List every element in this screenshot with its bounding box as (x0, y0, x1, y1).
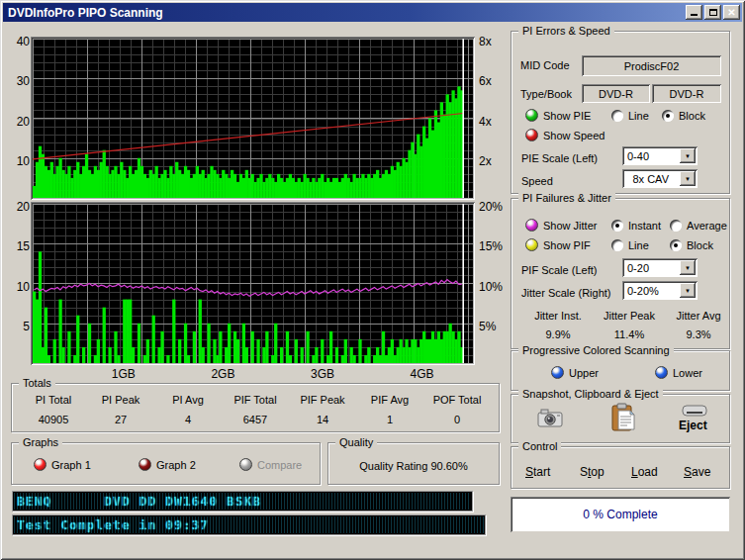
jitter-average-label: Average (687, 220, 727, 232)
quality-group-title: Quality (335, 436, 377, 448)
eject-icon[interactable] (681, 404, 708, 418)
save-button[interactable]: Save (684, 465, 710, 479)
axis-tick-label: 10% (479, 279, 503, 293)
axis-tick-label: 20 (17, 114, 30, 128)
speed-label: Speed (521, 175, 553, 187)
pie-graph-canvas (33, 39, 473, 198)
pie-settings-group: PI Errors & Speed MID Code ProdiscF02 Ty… (511, 31, 730, 194)
pie-scale-label: PIE Scale (Left) (521, 152, 598, 164)
minimize-button[interactable] (686, 5, 702, 20)
graph1-toggle[interactable]: Graph 1 (34, 458, 91, 471)
axis-tick-label: 40 (17, 35, 30, 48)
upper-led[interactable] (551, 366, 564, 379)
graph2-led[interactable] (139, 458, 151, 471)
gb-tick-label: 1GB (112, 367, 136, 381)
pif-scale-label: PIF Scale (Left) (521, 264, 597, 276)
show-speed-led[interactable] (525, 129, 538, 141)
pif-scale-select[interactable]: 0-20 ▼ (622, 258, 698, 277)
load-button[interactable]: Load (631, 465, 658, 479)
show-jitter-toggle[interactable]: Show Jitter (525, 219, 597, 232)
jitter-scale-select[interactable]: 0-20% ▼ (622, 281, 698, 300)
clipboard-icon[interactable] (611, 403, 635, 431)
pif-peak-col: PIF Peak14 (289, 394, 356, 425)
pif-settings-group: PI Failures & Jitter Show Jitter Instant… (511, 198, 730, 349)
start-button[interactable]: Start (525, 465, 550, 479)
pie-left-axis-labels: 40302010 (4, 41, 30, 200)
graph2-toggle[interactable]: Graph 2 (139, 458, 196, 471)
stop-button[interactable]: Stop (580, 465, 605, 479)
snapshot-group-title: Snapshot, Clipboard & Eject (518, 388, 663, 400)
pie-scale-select[interactable]: 0-40 ▼ (622, 146, 698, 165)
type-book-label: Type/Book (520, 88, 572, 100)
pif-line-radio[interactable]: Line (611, 239, 649, 251)
scan-status-display: Test Complete in 09:37 (12, 514, 486, 535)
pif-scale-dropdown-icon[interactable]: ▼ (680, 260, 696, 275)
minimize-icon (691, 8, 698, 16)
jitter-peak-stat-label: Jitter Peak (604, 310, 655, 322)
show-speed-toggle[interactable]: Show Speed (525, 129, 605, 141)
pi-avg-value: 4 (154, 414, 222, 425)
pif-block-radio-circle[interactable] (670, 239, 682, 251)
compare-toggle[interactable]: Compare (239, 458, 302, 471)
show-jitter-label: Show Jitter (543, 220, 597, 232)
jitter-instant-radio[interactable]: Instant (611, 220, 661, 232)
progress-status: 0 % Complete (511, 497, 730, 532)
jitter-peak-stat-value: 11.4% (604, 328, 655, 340)
drive-id-display: BENQ DVD DD DW1640 BSKB (12, 491, 473, 512)
speed-dropdown-icon[interactable]: ▼ (680, 171, 696, 186)
lower-toggle[interactable]: Lower (655, 366, 702, 379)
pif-block-radio[interactable]: Block (670, 239, 713, 251)
snapshot-group: Snapshot, Clipboard & Eject Eject (511, 394, 730, 443)
close-button[interactable]: ✕ (723, 5, 740, 20)
pie-group-title: PI Errors & Speed (518, 25, 614, 37)
progressive-group-title: Progressive Colored Scanning (518, 344, 674, 356)
title-bar[interactable]: DVDInfoPro PIPO Scanning ✕ (3, 3, 742, 22)
axis-tick-label: 8x (479, 35, 492, 48)
show-pie-led[interactable] (525, 109, 538, 122)
pif-left-axis-labels: 2015105 (4, 206, 30, 365)
axis-tick-label: 10 (17, 153, 30, 167)
upper-toggle[interactable]: Upper (551, 366, 599, 379)
speed-select[interactable]: 8x CAV ▼ (622, 169, 698, 188)
pie-scale-dropdown-icon[interactable]: ▼ (680, 148, 696, 163)
maximize-button[interactable] (704, 5, 721, 20)
control-group-title: Control (518, 440, 561, 452)
show-pif-led[interactable] (525, 238, 538, 251)
pif-total-value: 6457 (222, 414, 289, 425)
axis-tick-label: 5 (23, 319, 30, 332)
lower-led[interactable] (655, 366, 668, 379)
show-jitter-led[interactable] (525, 219, 538, 232)
jitter-average-radio-circle[interactable] (670, 220, 682, 232)
gb-tick-label: 3GB (311, 367, 334, 381)
graph1-label: Graph 1 (51, 459, 91, 471)
jitter-instant-radio-circle[interactable] (611, 220, 623, 232)
pi-avg-col: PI Avg4 (154, 394, 222, 425)
compare-led[interactable] (239, 458, 252, 471)
jitter-scale-dropdown-icon[interactable]: ▼ (680, 283, 696, 298)
jitter-average-radio[interactable]: Average (670, 220, 727, 232)
pie-block-radio[interactable]: Block (662, 110, 705, 122)
show-pie-label: Show PIE (543, 110, 591, 122)
pie-block-radio-circle[interactable] (662, 110, 674, 122)
jitter-scale-label: Jitter Scale (Right) (521, 287, 610, 299)
quality-rating-value: Quality Rating 90.60% (328, 460, 499, 472)
graphs-group-title: Graphs (19, 436, 62, 448)
axis-tick-label: 6x (479, 74, 492, 88)
camera-icon[interactable] (537, 408, 563, 427)
jitter-instant-stat-value: 9.9% (534, 328, 582, 340)
gb-tick-label: 2GB (211, 367, 234, 381)
pif-line-radio-circle[interactable] (611, 239, 623, 251)
jitter-instant-stat-label: Jitter Inst. (534, 310, 582, 322)
axis-tick-label: 2x (479, 153, 492, 167)
axis-tick-label: 5% (479, 319, 496, 332)
axis-tick-label: 15% (479, 239, 503, 253)
show-pif-toggle[interactable]: Show PIF (525, 238, 591, 251)
app-window: DVDInfoPro PIPO Scanning ✕ 40302010 8x6x… (0, 0, 745, 560)
gb-tick-label: 4GB (411, 367, 434, 381)
graph1-led[interactable] (34, 458, 47, 471)
show-pie-toggle[interactable]: Show PIE (525, 109, 591, 122)
upper-label: Upper (569, 367, 599, 379)
pie-line-radio-circle[interactable] (611, 110, 623, 122)
eject-label[interactable]: Eject (679, 419, 707, 432)
pie-line-radio[interactable]: Line (611, 110, 649, 122)
